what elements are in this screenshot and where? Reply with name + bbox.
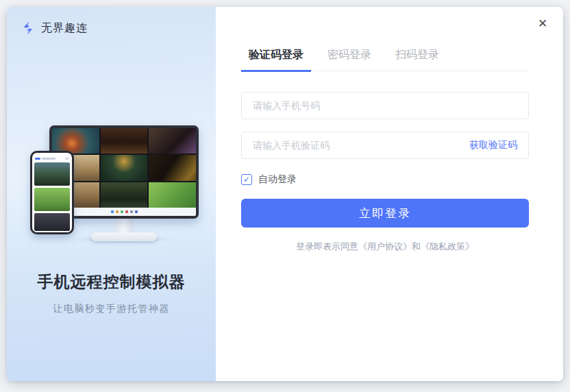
monitor-stand-base bbox=[91, 232, 157, 241]
promo-subtitle: 让电脑秒变手游托管神器 bbox=[7, 303, 216, 315]
login-form: 验证码登录 密码登录 扫码登录 获取验证码 ✓ 自动登录 立即登录 登录即表示同… bbox=[241, 7, 529, 253]
privacy-policy-link[interactable]: 《隐私政策》 bbox=[421, 241, 474, 252]
phone-field bbox=[241, 92, 529, 119]
phone bbox=[30, 151, 74, 234]
phone-game-thumb bbox=[34, 213, 70, 231]
phone-header-title-bar bbox=[42, 158, 55, 160]
tab-qr-login[interactable]: 扫码登录 bbox=[388, 48, 447, 72]
taskbar-icon bbox=[111, 210, 114, 213]
agreement-prefix: 登录即表示同意 bbox=[296, 241, 358, 252]
game-tile bbox=[149, 128, 196, 154]
auto-login-label: 自动登录 bbox=[258, 173, 297, 186]
taskbar-icon bbox=[116, 210, 119, 213]
phone-input[interactable] bbox=[253, 93, 517, 119]
agreement-text: 登录即表示同意《用户协议》和《隐私政策》 bbox=[241, 241, 529, 253]
taskbar-icon bbox=[130, 210, 133, 213]
code-field: 获取验证码 bbox=[241, 132, 529, 159]
auto-login-row: ✓ 自动登录 bbox=[241, 173, 529, 186]
phone-game-thumb bbox=[34, 188, 70, 211]
tab-sms-login[interactable]: 验证码登录 bbox=[241, 48, 311, 72]
auto-login-checkbox[interactable]: ✓ bbox=[241, 174, 252, 185]
phone-nav-bar bbox=[32, 232, 72, 234]
phone-thumbnails bbox=[32, 162, 72, 232]
taskbar-icon bbox=[135, 210, 138, 213]
login-button[interactable]: 立即登录 bbox=[241, 199, 529, 228]
get-code-button[interactable]: 获取验证码 bbox=[469, 139, 517, 151]
game-tile bbox=[101, 128, 148, 154]
code-input[interactable] bbox=[253, 132, 469, 158]
taskbar-icon bbox=[121, 210, 123, 213]
close-icon: ✕ bbox=[538, 16, 547, 30]
agreement-conjunction: 和 bbox=[412, 241, 421, 252]
phone-game-thumb bbox=[34, 162, 70, 186]
game-tile bbox=[52, 128, 99, 154]
game-tile bbox=[101, 182, 148, 208]
tab-password-login[interactable]: 密码登录 bbox=[320, 48, 379, 72]
taskbar-icon bbox=[125, 210, 128, 213]
game-tile bbox=[101, 155, 148, 180]
login-tabs: 验证码登录 密码登录 扫码登录 bbox=[241, 48, 529, 71]
brand-name: 无界趣连 bbox=[41, 21, 88, 36]
devices-illustration bbox=[7, 120, 216, 257]
phone-header-accent bbox=[35, 158, 40, 160]
phone-header bbox=[32, 153, 72, 162]
promo-title: 手机远程控制模拟器 bbox=[7, 271, 216, 293]
checkmark-icon: ✓ bbox=[243, 175, 250, 184]
login-window: 无界趣连 bbox=[7, 7, 563, 381]
phone-header-action-bar bbox=[65, 158, 69, 160]
user-agreement-link[interactable]: 《用户协议》 bbox=[358, 241, 412, 252]
close-button[interactable]: ✕ bbox=[534, 15, 551, 32]
left-promo-panel: 无界趣连 bbox=[7, 7, 216, 381]
login-panel: ✕ 验证码登录 密码登录 扫码登录 获取验证码 ✓ 自动登录 立即登录 bbox=[216, 7, 563, 381]
game-tile bbox=[149, 182, 196, 208]
brand: 无界趣连 bbox=[21, 21, 88, 36]
game-tile bbox=[149, 155, 196, 180]
brand-lightning-icon bbox=[21, 21, 36, 36]
